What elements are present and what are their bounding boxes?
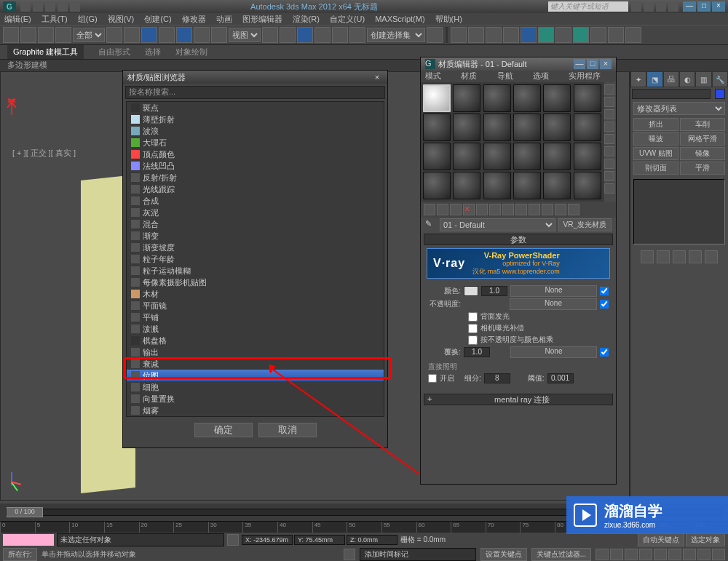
mirror-button[interactable]	[427, 27, 443, 43]
mod-smooth[interactable]: 平滑	[680, 162, 725, 175]
qat-undo-icon[interactable]	[58, 1, 68, 12]
remove-mod-icon[interactable]	[689, 250, 702, 263]
material-slot[interactable]	[483, 84, 511, 112]
viewport-label[interactable]: [ + ][ 正交 ][ 真实 ]	[7, 146, 82, 160]
setkey-button[interactable]: 设置关键点	[480, 548, 527, 561]
material-slot[interactable]	[543, 84, 571, 112]
unique-mat-icon[interactable]	[489, 204, 501, 215]
override-val[interactable]: 1.0	[464, 347, 490, 357]
matmenu-util[interactable]: 实用程序(U)	[569, 71, 612, 82]
config-sets-icon[interactable]	[705, 250, 718, 263]
vray-3-button[interactable]	[625, 27, 641, 43]
menu-create[interactable]: 创建(C)	[144, 14, 171, 25]
browser-list-item[interactable]: 每像素摄影机贴图	[127, 276, 384, 288]
browser-list-item[interactable]: 顶点颜色	[127, 148, 384, 160]
keyfilter-button[interactable]: 关键点过滤器...	[531, 548, 591, 561]
play-end-icon[interactable]	[654, 549, 667, 560]
material-slot[interactable]	[574, 84, 601, 112]
mod-lathe[interactable]: 车削	[680, 118, 725, 131]
tab-motion[interactable]: ◐	[679, 71, 695, 87]
browser-list-item[interactable]: 大理石	[127, 137, 384, 148]
selection-filter[interactable]: 全部	[73, 28, 105, 42]
video-check-icon[interactable]	[604, 134, 614, 144]
time-thumb[interactable]: 0 / 100	[7, 507, 43, 517]
undo-button[interactable]	[3, 27, 19, 43]
menu-help[interactable]: 帮助(H)	[435, 14, 462, 25]
search-icon[interactable]	[631, 1, 641, 12]
mod-mirror[interactable]: 镜像	[680, 147, 725, 160]
background-icon[interactable]	[604, 109, 614, 119]
browser-list-item[interactable]: 棋盘格	[127, 335, 384, 346]
put-library-icon[interactable]	[502, 204, 514, 215]
ref-coord[interactable]: 视图	[229, 28, 261, 42]
browser-list-item[interactable]: 渐变	[127, 230, 384, 242]
browser-list-item[interactable]: 泼溅	[127, 323, 384, 335]
mod-uvw[interactable]: UVW 贴图	[633, 147, 678, 160]
move-button[interactable]	[176, 27, 192, 43]
opacity-map-enable[interactable]	[600, 300, 609, 309]
layer-color-box[interactable]	[3, 534, 54, 546]
render-frame-button[interactable]	[555, 27, 571, 43]
coord-y[interactable]: Y: 75.45mm	[294, 535, 345, 545]
close-button[interactable]: ×	[712, 1, 725, 12]
nav-orbit-icon[interactable]	[697, 549, 711, 560]
nav-zoom-icon[interactable]	[683, 549, 696, 560]
rollup-params[interactable]: 参数	[424, 234, 613, 245]
browser-list-item[interactable]: 烟雾	[127, 405, 384, 416]
matmenu-material[interactable]: 材质(M)	[461, 71, 488, 82]
nav-max-icon[interactable]	[712, 549, 725, 560]
browser-search-input[interactable]: 按名称搜索...	[125, 86, 385, 99]
backlight-icon[interactable]	[604, 97, 614, 107]
subdiv-val[interactable]: 8	[484, 373, 510, 383]
browser-list-item[interactable]: 粒子运动模糊	[127, 265, 384, 276]
select-name-button[interactable]	[124, 27, 140, 43]
material-slot[interactable]	[513, 84, 541, 112]
show-map-icon[interactable]	[529, 204, 540, 215]
material-slot[interactable]	[543, 143, 571, 170]
object-name-field[interactable]	[632, 89, 711, 99]
time-tag-label[interactable]: 添加时间标记	[360, 548, 476, 561]
ribbon-graphite[interactable]: Graphite 建模工具	[7, 45, 84, 59]
menu-graph[interactable]: 图形编辑器	[242, 14, 282, 25]
tab-modify[interactable]: ⬔	[646, 71, 662, 87]
color-map-enable[interactable]	[600, 287, 609, 295]
reset-icon[interactable]: ✕	[463, 204, 475, 215]
layer-label[interactable]: 所在行:	[3, 548, 37, 561]
browser-close-button[interactable]: ×	[371, 73, 383, 81]
mateditor-titlebar[interactable]: G 材质编辑器 - 01 - Default — □ ×	[421, 57, 616, 71]
spinner-snap-button[interactable]	[349, 27, 365, 43]
material-slot[interactable]	[423, 143, 451, 170]
thresh-val[interactable]: 0.001	[547, 373, 574, 383]
ribbon-paint[interactable]: 对象绘制	[175, 47, 207, 57]
unique-icon[interactable]	[673, 250, 686, 263]
chk-backlit[interactable]	[468, 312, 478, 322]
mateditor-max-button[interactable]: □	[587, 59, 598, 69]
vray-1-button[interactable]	[590, 27, 606, 43]
tab-display[interactable]: ▥	[695, 71, 711, 87]
material-name-dropdown[interactable]: 01 - Default	[440, 218, 555, 231]
chk-open[interactable]	[428, 374, 437, 383]
mateditor-min-button[interactable]: —	[574, 59, 585, 69]
options-icon[interactable]	[604, 159, 614, 169]
tab-create[interactable]: ✦	[630, 71, 646, 87]
object-color-swatch[interactable]	[715, 89, 725, 99]
material-slot[interactable]	[543, 172, 571, 199]
tab-utility[interactable]: 🔧	[712, 71, 728, 87]
browser-cancel-button[interactable]: 取消	[258, 423, 317, 437]
tab-hierarchy[interactable]: 品	[663, 71, 679, 87]
browser-list-item[interactable]: 混合	[127, 218, 384, 230]
render-button[interactable]	[573, 27, 589, 43]
copy-icon[interactable]	[476, 204, 488, 215]
matmenu-options[interactable]: 选项(O)	[533, 71, 560, 82]
browser-list-item[interactable]: 薄壁折射	[127, 114, 384, 125]
mat-id-icon[interactable]	[604, 183, 614, 194]
material-slot[interactable]	[453, 84, 480, 112]
menu-maxscript[interactable]: MAXScript(M)	[375, 15, 424, 23]
snap-button[interactable]	[297, 27, 313, 43]
material-slot[interactable]	[483, 172, 511, 199]
browser-list-item[interactable]: 灰泥	[127, 207, 384, 218]
menu-tools[interactable]: 工具(T)	[41, 14, 68, 25]
play-prev-icon[interactable]	[610, 549, 623, 560]
override-enable[interactable]	[600, 348, 609, 357]
play-icon[interactable]	[625, 549, 638, 560]
